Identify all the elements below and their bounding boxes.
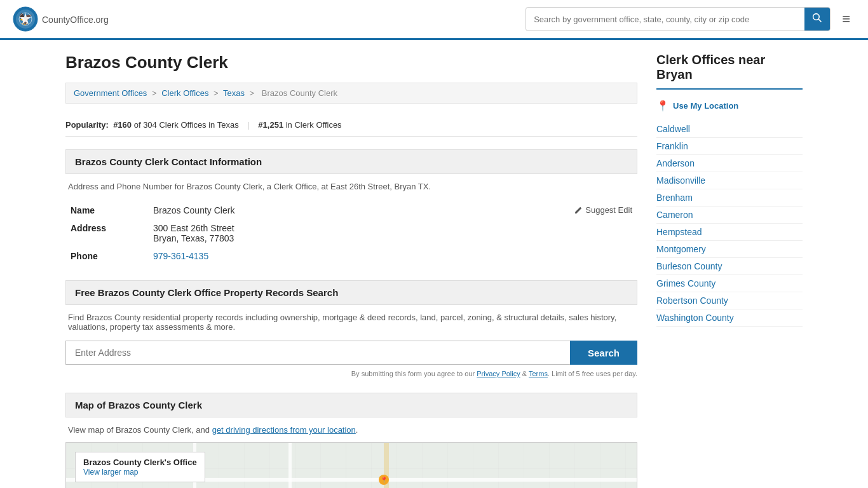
breadcrumb-current: Brazos County Clerk (262, 88, 337, 98)
nearby-item-link[interactable]: Anderson (656, 158, 695, 168)
list-item: Caldwell (656, 121, 803, 138)
popularity-rank1: #160 (113, 120, 132, 130)
popularity-rank2: #1,251 (258, 120, 283, 130)
list-item: Brenham (656, 189, 803, 207)
svg-rect-12 (288, 443, 292, 488)
list-item: Franklin (656, 138, 803, 155)
nearby-list: CaldwellFranklinAndersonMadisonvilleBren… (656, 121, 803, 327)
map-info-box: Brazos County Clerk's Office View larger… (75, 452, 205, 482)
nearby-item-link[interactable]: Robertson County (656, 295, 728, 306)
suggest-edit-button[interactable]: Suggest Edit (574, 205, 632, 215)
map-section: Map of Brazos County Clerk View map of B… (65, 393, 637, 488)
table-row-phone: Phone 979-361-4135 (65, 247, 637, 265)
sidebar: Clerk Offices near Bryan 📍 Use My Locati… (656, 53, 803, 488)
address-label: Address (65, 219, 148, 247)
breadcrumb-gov-offices[interactable]: Government Offices (74, 88, 147, 98)
contact-section-header: Brazos County Clerk Contact Information (65, 149, 637, 174)
sidebar-title: Clerk Offices near Bryan (656, 53, 803, 90)
address-value: 300 East 26th Street Bryan, Texas, 77803 (148, 219, 637, 247)
nearby-item-link[interactable]: Caldwell (656, 124, 690, 134)
map-placeholder: 📍 Brazos County Clerk's Office View larg… (65, 442, 637, 488)
logo-text: CountyOffice.org (42, 13, 109, 26)
header-right: ≡ (526, 7, 855, 31)
content-area: Brazos County Clerk Government Offices >… (65, 53, 637, 488)
nearby-item-link[interactable]: Montgomery (656, 244, 706, 254)
address-search-input[interactable] (65, 341, 570, 365)
property-search-form: Search (65, 341, 637, 365)
map-description: View map of Brazos County Clerk, and get… (65, 425, 637, 435)
property-section-header: Free Brazos County Clerk Office Property… (65, 280, 637, 305)
edit-icon (574, 206, 583, 215)
breadcrumb-sep-1: > (152, 88, 157, 98)
header-search-button[interactable] (804, 8, 830, 30)
breadcrumb-clerk-offices[interactable]: Clerk Offices (161, 88, 208, 98)
property-section: Free Brazos County Clerk Office Property… (65, 280, 637, 377)
nearby-item-link[interactable]: Brenham (656, 193, 693, 203)
name-value: Brazos County Clerk Suggest Edit (148, 201, 637, 219)
list-item: Anderson (656, 155, 803, 172)
name-label: Name (65, 201, 148, 219)
nearby-item-link[interactable]: Washington County (656, 313, 734, 323)
map-label-title: Brazos County Clerk's Office (83, 458, 197, 467)
header-search-bar (526, 7, 831, 31)
privacy-policy-link[interactable]: Privacy Policy (477, 370, 520, 377)
breadcrumb-texas[interactable]: Texas (223, 88, 245, 98)
nearby-item-link[interactable]: Franklin (656, 141, 688, 151)
svg-point-5 (813, 14, 820, 20)
property-description: Find Brazos County residential property … (65, 313, 637, 332)
phone-link[interactable]: 979-361-4135 (153, 251, 208, 261)
popularity-bar: Popularity: #160 of 304 Clerk Offices in… (65, 114, 637, 137)
search-icon (812, 13, 822, 23)
list-item: Hempstead (656, 224, 803, 241)
nearby-item-link[interactable]: Cameron (656, 210, 693, 220)
popularity-label: Popularity: (65, 120, 109, 130)
contact-description: Address and Phone Number for Brazos Coun… (65, 182, 637, 191)
driving-directions-link[interactable]: get driving directions from your locatio… (212, 425, 356, 435)
nearby-item-link[interactable]: Burleson County (656, 261, 722, 271)
address-search-button[interactable]: Search (570, 341, 637, 365)
use-location[interactable]: 📍 Use My Location (656, 100, 803, 112)
list-item: Grimes County (656, 275, 803, 292)
phone-value: 979-361-4135 (148, 247, 637, 265)
phone-label: Phone (65, 247, 148, 265)
breadcrumb: Government Offices > Clerk Offices > Tex… (65, 83, 637, 104)
svg-line-6 (818, 19, 821, 22)
popularity-divider: | (247, 120, 249, 130)
main-container: Brazos County Clerk Government Offices >… (53, 40, 815, 488)
location-pin-icon: 📍 (656, 100, 669, 112)
use-my-location-link[interactable]: Use My Location (673, 101, 738, 111)
contact-info-table: Name Brazos County Clerk Suggest Edit Ad… (65, 201, 637, 265)
view-larger-map-link[interactable]: View larger map (83, 468, 138, 477)
svg-text:📍: 📍 (380, 476, 388, 484)
table-row-address: Address 300 East 26th Street Bryan, Texa… (65, 219, 637, 247)
breadcrumb-sep-2: > (214, 88, 219, 98)
table-row-name: Name Brazos County Clerk Suggest Edit (65, 201, 637, 219)
breadcrumb-sep-3: > (250, 88, 255, 98)
header-search-input[interactable] (526, 10, 804, 29)
page-title: Brazos County Clerk (65, 53, 637, 72)
nearby-item-link[interactable]: Madisonville (656, 175, 705, 186)
popularity-rank2-text: in Clerk Offices (286, 120, 342, 130)
list-item: Burleson County (656, 258, 803, 275)
site-header: 🦅 CountyOffice.org ≡ (0, 0, 868, 40)
form-disclaimer: By submitting this form you agree to our… (65, 370, 637, 377)
nearby-item-link[interactable]: Hempstead (656, 227, 702, 237)
list-item: Montgomery (656, 241, 803, 258)
list-item: Washington County (656, 309, 803, 327)
menu-icon[interactable]: ≡ (837, 8, 855, 30)
popularity-rank1-text: of 304 Clerk Offices in Texas (134, 120, 239, 130)
list-item: Madisonville (656, 172, 803, 189)
map-section-header: Map of Brazos County Clerk (65, 393, 637, 417)
contact-section: Brazos County Clerk Contact Information … (65, 149, 637, 265)
logo[interactable]: 🦅 CountyOffice.org (13, 6, 109, 32)
nearby-item-link[interactable]: Grimes County (656, 278, 715, 288)
logo-icon: 🦅 (13, 6, 38, 32)
list-item: Cameron (656, 207, 803, 224)
terms-link[interactable]: Terms (529, 370, 548, 377)
list-item: Robertson County (656, 292, 803, 309)
